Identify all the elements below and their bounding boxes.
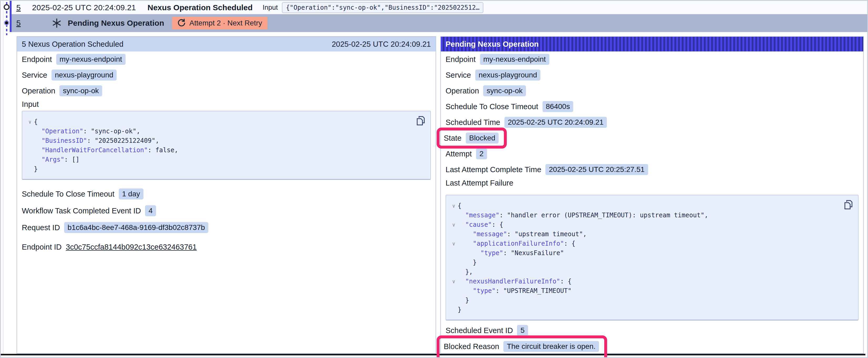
json-line: "type": "NexusFailure": [450, 248, 853, 258]
json-key: "BusinessID": [41, 137, 87, 144]
timeline-selection-bar: [10, 1, 11, 32]
field-label: Scheduled Event ID: [445, 326, 513, 335]
collapse-chevron-icon[interactable]: ∨: [26, 117, 34, 127]
json-line: }: [450, 258, 853, 267]
json-key: "message": [465, 211, 499, 219]
json-key: "type": [473, 287, 496, 294]
json-key: "type": [480, 249, 503, 257]
pending-panel-header: Pending Nexus Operation: [441, 37, 863, 52]
input-label: Input: [263, 3, 278, 11]
copy-icon[interactable]: [844, 199, 853, 210]
field-label: Service: [445, 71, 471, 79]
event-timestamp: 2025-02-25 UTC 20:24:09.21: [32, 3, 136, 12]
json-key: "message": [473, 230, 507, 238]
state-value-chip: Blocked: [466, 133, 499, 143]
pending-panel-title: Pending Nexus Operation: [445, 40, 539, 48]
json-value: : []: [64, 156, 80, 163]
field-label: Attempt: [445, 150, 472, 158]
field-label: State: [444, 134, 462, 142]
json-value: : "NexusFailure": [503, 249, 564, 257]
field-row-last-attempt-complete: Last Attempt Complete Time 2025-02-25 UT…: [441, 162, 863, 177]
event-id-link[interactable]: 5: [16, 3, 23, 12]
field-value-chip: b1c6a4bc-8ee7-468a-9169-df3b02c8737b: [64, 222, 208, 233]
field-label: Schedule To Close Timeout: [445, 102, 538, 111]
collapse-chevron-icon[interactable]: ∨: [450, 276, 458, 286]
json-line: }: [26, 164, 425, 174]
field-label: Endpoint ID: [22, 243, 62, 252]
pending-event-id-link[interactable]: 5: [16, 19, 23, 28]
endpoint-id-link[interactable]: 3c0c75ccfa8144b092c13ce632463761: [66, 243, 197, 252]
pending-asterisk-icon: [52, 18, 62, 28]
failure-section-label: Last Attempt Failure: [441, 177, 863, 190]
copy-icon[interactable]: [416, 116, 426, 126]
json-key: "nexusHandlerFailureInfo": [465, 278, 560, 285]
retry-icon: [177, 19, 186, 28]
json-line: "message": "upstream timeout",: [450, 229, 853, 239]
field-row-operation: Operation sync-op-ok: [441, 83, 863, 99]
json-line: ∨{: [26, 117, 425, 127]
blocked-reason-highlight-ring: Blocked Reason The circuit breaker is op…: [437, 335, 607, 358]
history-column-divider: [3, 1, 3, 354]
input-section-label: Input: [17, 99, 436, 111]
event-history-row-pending[interactable]: 5 Pending Nexus Operation Attempt 2 · Ne…: [11, 14, 867, 32]
json-line: "type": "UPSTREAM_TIMEOUT": [450, 286, 853, 296]
event-detail-title: 5 Nexus Operation Scheduled: [22, 40, 123, 48]
collapse-chevron-icon[interactable]: ∨: [450, 220, 458, 229]
field-value-chip: 5: [517, 325, 528, 336]
failure-json-viewer: ∨{ "message": "handler error (UPSTREAM_T…: [445, 195, 859, 321]
field-value-chip: 2: [476, 148, 487, 159]
field-label: Blocked Reason: [444, 342, 499, 351]
field-value-chip: my-nexus-endpoint: [480, 54, 549, 65]
field-label: Operation: [445, 87, 479, 95]
json-key: "Operation": [41, 128, 83, 135]
field-value-chip: 86400s: [542, 101, 574, 112]
field-row-service: Service nexus-playground: [441, 67, 863, 83]
field-value-chip: sync-op-ok: [59, 85, 102, 96]
json-value: }: [458, 306, 461, 314]
field-value-chip: nexus-playground: [475, 70, 541, 80]
field-value-chip: my-nexus-endpoint: [56, 54, 126, 65]
json-value: {: [34, 118, 37, 126]
event-detail-header: 5 Nexus Operation Scheduled 2025-02-25 U…: [17, 37, 436, 52]
json-line: ∨ "applicationFailureInfo": {: [450, 239, 853, 248]
viewport-bottom-edge: [0, 354, 865, 355]
json-line: ∨{: [450, 201, 853, 210]
timeline-node-open-icon: [4, 4, 9, 10]
event-name: Nexus Operation Scheduled: [147, 3, 252, 12]
field-label: Scheduled Time: [445, 118, 500, 127]
json-value: }: [473, 259, 476, 266]
json-value: : false,: [148, 147, 178, 154]
field-row-schedule-to-close: Schedule To Close Timeout 86400s: [441, 99, 863, 115]
field-value-chip: 2025-02-25 UTC 20:24:09.21: [504, 117, 607, 128]
input-preview-chip[interactable]: {"Operation":"sync-op-ok","BusinessID":"…: [282, 2, 484, 13]
json-value: : "20250225122409",: [87, 137, 159, 144]
json-key: "applicationFailureInfo": [473, 240, 564, 247]
collapse-chevron-icon[interactable]: ∨: [450, 239, 458, 248]
blocked-reason-chip: The circuit breaker is open.: [503, 341, 599, 352]
collapse-chevron-icon[interactable]: ∨: [450, 201, 458, 210]
json-value: : {: [560, 278, 571, 285]
event-history-row-scheduled[interactable]: 5 2025-02-25 UTC 20:24:09.21 Nexus Opera…: [11, 1, 867, 14]
field-label: Request ID: [22, 223, 60, 232]
json-key: "Args": [41, 156, 64, 163]
field-label: Schedule To Close Timeout: [22, 190, 115, 198]
json-value: : "handler error (UPSTREAM_TIMEOUT): ups…: [499, 211, 708, 219]
field-value-chip: nexus-playground: [52, 70, 117, 80]
retry-badge: Attempt 2 · Next Retry: [172, 17, 268, 29]
json-value: : {: [492, 221, 503, 228]
field-label: Last Attempt Complete Time: [445, 165, 541, 174]
json-value: }: [465, 297, 469, 304]
json-line: "BusinessID": "20250225122409",: [26, 136, 425, 145]
field-row-attempt: Attempt 2: [441, 146, 863, 162]
json-key: "cause": [465, 221, 492, 228]
field-row-endpoint: Endpoint my-nexus-endpoint: [441, 52, 863, 67]
json-value: },: [465, 268, 473, 275]
field-label: Endpoint: [445, 55, 476, 64]
field-row-state: State Blocked: [441, 130, 863, 146]
json-line: }: [450, 296, 853, 305]
field-row-wft-completed-id: Workflow Task Completed Event ID 4: [17, 202, 436, 219]
field-row-schedule-to-close: Schedule To Close Timeout 1 day: [17, 186, 436, 202]
failure-json-lines: ∨{ "message": "handler error (UPSTREAM_T…: [450, 201, 853, 315]
input-json-viewer: ∨{ "Operation": "sync-op-ok", "BusinessI…: [22, 111, 431, 180]
json-line: ∨ "cause": {: [450, 220, 853, 229]
